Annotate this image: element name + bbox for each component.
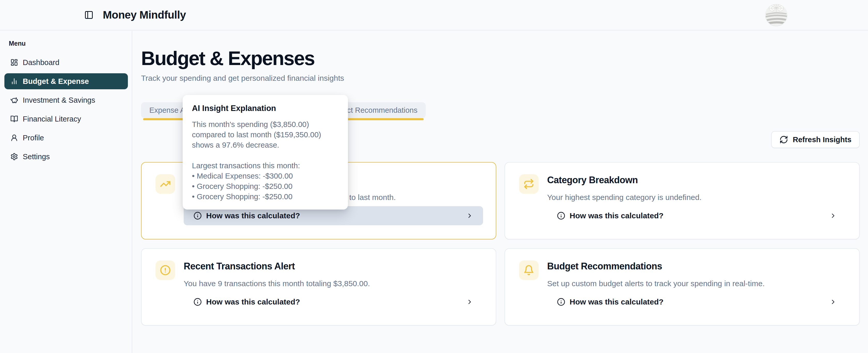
sidebar-item-label: Profile [23, 134, 44, 142]
how-calculated-label: How was this calculated? [570, 297, 663, 306]
how-calculated-row[interactable]: How was this calculated? [547, 292, 846, 312]
app-title: Money Mindfully [103, 9, 186, 21]
info-icon [557, 212, 565, 220]
sidebar-item-label: Budget & Expense [23, 77, 89, 86]
page-subtitle: Track your spending and get personalized… [141, 74, 860, 82]
card-subtitle: Your highest spending category is undefi… [547, 193, 846, 202]
sidebar-toggle-button[interactable] [83, 9, 95, 21]
tooltip-bullet: • Medical Expenses: -$300.00 [192, 171, 339, 181]
bell-icon [519, 260, 538, 280]
info-icon [193, 298, 202, 306]
sidebar-item-dashboard[interactable]: Dashboard [4, 55, 128, 70]
alert-circle-icon [156, 260, 175, 280]
card-recent-transactions-alert: Recent Transactions Alert You have 9 tra… [141, 248, 496, 326]
chevron-right-icon [466, 298, 473, 306]
panel-left-icon [84, 10, 94, 20]
refresh-cw-icon [779, 135, 788, 144]
how-calculated-row[interactable]: How was this calculated? [547, 206, 846, 225]
user-avatar[interactable] [766, 4, 787, 26]
how-calculated-label: How was this calculated? [206, 211, 300, 220]
trending-up-icon [156, 174, 175, 194]
chevron-right-icon [830, 212, 837, 219]
page-title: Budget & Expenses [141, 47, 860, 69]
tooltip-paragraph: This month's spending ($3,850.00) compar… [192, 119, 339, 150]
tooltip-title: AI Insight Explanation [192, 104, 339, 113]
tooltip-bullet: • Grocery Shopping: -$250.00 [192, 191, 339, 202]
ai-insight-tooltip: AI Insight Explanation This month's spen… [183, 95, 348, 210]
refresh-insights-button[interactable]: Refresh Insights [771, 131, 860, 148]
user-icon [10, 134, 18, 142]
chevron-right-icon [830, 298, 837, 306]
sidebar: Menu Dashboard Budget & Expense Investme… [0, 31, 132, 353]
book-open-icon [10, 115, 18, 123]
sidebar-menu-label: Menu [9, 40, 132, 47]
tooltip-paragraph: Largest transactions this month: [192, 161, 339, 171]
repeat-icon [519, 174, 538, 194]
sidebar-item-label: Settings [23, 152, 50, 161]
sidebar-item-settings[interactable]: Settings [4, 149, 128, 165]
info-icon [193, 212, 202, 220]
how-calculated-row[interactable]: How was this calculated? [184, 292, 483, 312]
card-category-breakdown: Category Breakdown Your highest spending… [504, 162, 860, 240]
bar-chart-icon [10, 77, 18, 85]
card-title: Recent Transactions Alert [184, 260, 483, 272]
sidebar-item-label: Financial Literacy [23, 115, 81, 123]
sidebar-item-investment-savings[interactable]: Investment & Savings [4, 92, 128, 108]
sidebar-item-budget-expense[interactable]: Budget & Expense [4, 73, 128, 89]
refresh-insights-label: Refresh Insights [793, 136, 851, 144]
sidebar-nav: Dashboard Budget & Expense Investment & … [0, 55, 132, 165]
card-subtitle: Set up custom budget alerts to track you… [547, 279, 846, 288]
info-icon [557, 298, 565, 306]
card-title: Budget Recommendations [547, 260, 846, 272]
card-budget-recommendations: Budget Recommendations Set up custom bud… [504, 248, 860, 326]
gear-icon [10, 153, 18, 161]
dashboard-grid-icon [10, 59, 18, 66]
sidebar-item-financial-literacy[interactable]: Financial Literacy [4, 111, 128, 127]
top-bar: Money Mindfully [0, 0, 868, 30]
sidebar-item-profile[interactable]: Profile [4, 130, 128, 146]
chevron-right-icon [466, 212, 473, 219]
how-calculated-label: How was this calculated? [570, 211, 663, 220]
sidebar-item-label: Investment & Savings [23, 96, 95, 105]
card-title: Category Breakdown [547, 174, 846, 186]
card-subtitle: You have 9 transactions this month total… [184, 279, 483, 288]
tooltip-bullet: • Grocery Shopping: -$250.00 [192, 181, 339, 191]
avatar-photo-spiral-building [766, 4, 787, 26]
sidebar-item-label: Dashboard [23, 58, 59, 67]
piggy-bank-icon [10, 96, 18, 104]
how-calculated-label: How was this calculated? [206, 297, 300, 306]
